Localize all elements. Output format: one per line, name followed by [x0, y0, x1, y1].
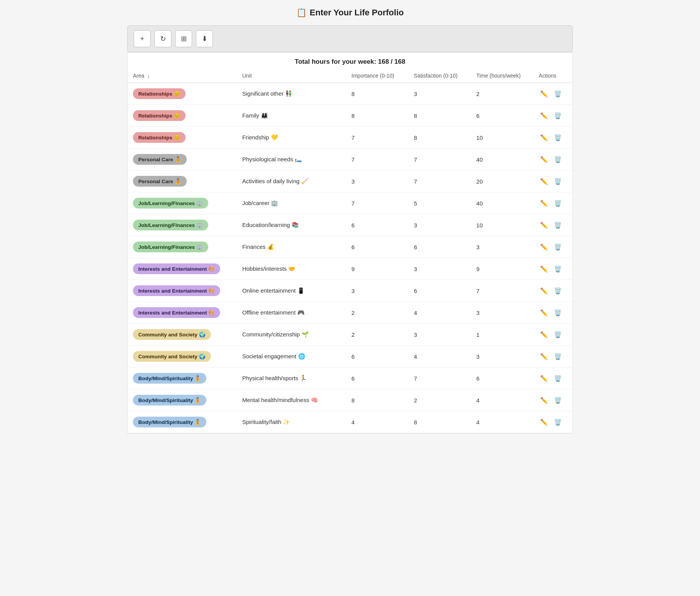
time-cell: 2 [471, 83, 534, 105]
area-badge: Relationships 😊 [133, 88, 186, 99]
delete-button[interactable]: 🗑️ [552, 264, 563, 274]
area-cell: Community and Society 🌍 [128, 346, 237, 368]
delete-button[interactable]: 🗑️ [552, 395, 563, 406]
time-cell: 40 [471, 149, 534, 171]
time-cell: 10 [471, 127, 534, 149]
edit-button[interactable]: ✏️ [539, 198, 549, 209]
importance-cell: 3 [346, 280, 409, 302]
actions-cell: ✏️ 🗑️ [533, 127, 572, 149]
page-wrapper: 📋 Enter Your Life Porfolio + ↻ ⊞ ⬇ Total… [119, 0, 581, 449]
edit-button[interactable]: ✏️ [539, 373, 549, 384]
importance-cell: 6 [346, 236, 409, 258]
table-row: Relationships 😊 Significant other 👫 8 3 … [128, 83, 572, 105]
delete-button[interactable]: 🗑️ [552, 373, 563, 384]
delete-button[interactable]: 🗑️ [552, 176, 563, 187]
area-badge: Job/Learning/Finances 🏢 [133, 198, 208, 209]
delete-button[interactable]: 🗑️ [552, 329, 563, 340]
importance-cell: 7 [346, 149, 409, 171]
area-badge: Job/Learning/Finances 🏢 [133, 242, 208, 252]
edit-button[interactable]: ✏️ [539, 242, 549, 252]
edit-button[interactable]: ✏️ [539, 89, 549, 99]
delete-button[interactable]: 🗑️ [552, 308, 563, 318]
edit-button[interactable]: ✏️ [539, 132, 549, 143]
import-button[interactable]: ⊞ [175, 30, 192, 47]
edit-button[interactable]: ✏️ [539, 351, 549, 362]
title-icon: 📋 [296, 8, 307, 18]
edit-button[interactable]: ✏️ [539, 395, 549, 406]
area-cell: Interests and Entertainment 🎨 [128, 280, 237, 302]
edit-button[interactable]: ✏️ [539, 308, 549, 318]
table-row: Job/Learning/Finances 🏢 Finances 💰 6 6 3… [128, 236, 572, 258]
area-cell: Relationships 😊 [128, 105, 237, 127]
edit-button[interactable]: ✏️ [539, 176, 549, 187]
edit-button[interactable]: ✏️ [539, 286, 549, 296]
edit-button[interactable]: ✏️ [539, 329, 549, 340]
area-cell: Personal Care 🧘 [128, 171, 237, 192]
unit-cell: Offline entertainment 🎮 [237, 302, 346, 324]
importance-cell: 8 [346, 83, 409, 105]
importance-cell: 2 [346, 302, 409, 324]
life-portfolio-table: Area ↓ Unit Importance (0-10) Satisfacti… [128, 69, 572, 433]
delete-button[interactable]: 🗑️ [552, 351, 563, 362]
area-cell: Job/Learning/Finances 🏢 [128, 192, 237, 214]
unit-cell: Finances 💰 [237, 236, 346, 258]
actions-cell: ✏️ 🗑️ [533, 171, 572, 192]
delete-button[interactable]: 🗑️ [552, 220, 563, 230]
table-row: Relationships 😊 Friendship 💛 7 8 10 ✏️ 🗑… [128, 127, 572, 149]
importance-cell: 6 [346, 346, 409, 368]
satisfaction-cell: 7 [408, 171, 471, 192]
importance-cell: 2 [346, 324, 409, 346]
actions-cell: ✏️ 🗑️ [533, 280, 572, 302]
satisfaction-cell: 3 [408, 324, 471, 346]
unit-cell: Activities of daily living 🧹 [237, 171, 346, 192]
time-cell: 6 [471, 368, 534, 389]
add-button[interactable]: + [134, 30, 151, 47]
unit-cell: Friendship 💛 [237, 127, 346, 149]
importance-cell: 6 [346, 214, 409, 236]
delete-button[interactable]: 🗑️ [552, 154, 563, 165]
actions-cell: ✏️ 🗑️ [533, 346, 572, 368]
table-row: Personal Care 🧘 Activities of daily livi… [128, 171, 572, 192]
table-row: Interests and Entertainment 🎨 Online ent… [128, 280, 572, 302]
time-cell: 1 [471, 324, 534, 346]
edit-button[interactable]: ✏️ [539, 264, 549, 274]
area-cell: Personal Care 🧘 [128, 149, 237, 171]
area-badge: Body/Mind/Spirituality 🧘 [133, 373, 206, 384]
download-button[interactable]: ⬇ [196, 30, 213, 47]
area-cell: Community and Society 🌍 [128, 324, 237, 346]
table-row: Body/Mind/Spirituality 🧘 Physical health… [128, 368, 572, 389]
delete-button[interactable]: 🗑️ [552, 198, 563, 209]
area-badge: Relationships 😊 [133, 132, 186, 143]
satisfaction-cell: 8 [408, 411, 471, 433]
actions-cell: ✏️ 🗑️ [533, 389, 572, 411]
delete-button[interactable]: 🗑️ [552, 111, 563, 121]
delete-button[interactable]: 🗑️ [552, 89, 563, 99]
table-row: Job/Learning/Finances 🏢 Education/learni… [128, 214, 572, 236]
area-badge: Community and Society 🌍 [133, 329, 211, 340]
area-cell: Job/Learning/Finances 🏢 [128, 236, 237, 258]
table-row: Interests and Entertainment 🎨 Offline en… [128, 302, 572, 324]
unit-cell: Online entertainment 📱 [237, 280, 346, 302]
table-row: Job/Learning/Finances 🏢 Job/career 🏢 7 5… [128, 192, 572, 214]
delete-button[interactable]: 🗑️ [552, 417, 563, 427]
area-badge: Personal Care 🧘 [133, 176, 187, 187]
unit-cell: Physical health/sports 🏃 [237, 368, 346, 389]
unit-cell: Spirituality/faith ✨ [237, 411, 346, 433]
edit-button[interactable]: ✏️ [539, 154, 549, 165]
time-cell: 4 [471, 411, 534, 433]
edit-button[interactable]: ✏️ [539, 111, 549, 121]
header-area[interactable]: Area ↓ [128, 69, 237, 83]
delete-button[interactable]: 🗑️ [552, 286, 563, 296]
sort-icon: ↓ [147, 73, 150, 79]
satisfaction-cell: 4 [408, 302, 471, 324]
time-cell: 4 [471, 389, 534, 411]
refresh-button[interactable]: ↻ [154, 30, 171, 47]
satisfaction-cell: 3 [408, 83, 471, 105]
delete-button[interactable]: 🗑️ [552, 132, 563, 143]
edit-button[interactable]: ✏️ [539, 417, 549, 427]
area-badge: Interests and Entertainment 🎨 [133, 307, 220, 318]
delete-button[interactable]: 🗑️ [552, 242, 563, 252]
edit-button[interactable]: ✏️ [539, 220, 549, 230]
satisfaction-cell: 2 [408, 389, 471, 411]
toolbar: + ↻ ⊞ ⬇ [127, 25, 573, 52]
